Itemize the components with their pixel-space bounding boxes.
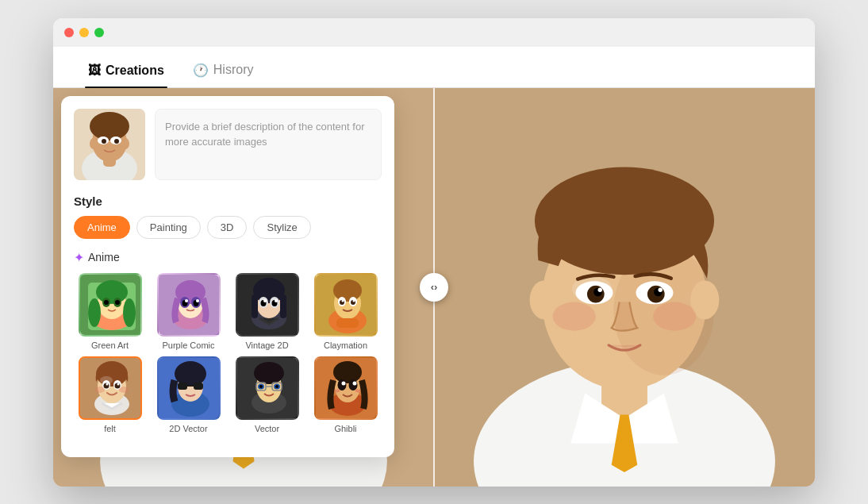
tab-creations[interactable]: 🖼 Creations (85, 63, 167, 87)
svg-point-52 (88, 298, 101, 327)
svg-line-133 (355, 391, 360, 392)
svg-line-132 (355, 390, 360, 391)
svg-rect-109 (194, 383, 203, 390)
svg-point-41 (90, 138, 98, 149)
style-tab-stylize[interactable]: Stylize (253, 216, 310, 239)
svg-point-57 (115, 300, 120, 305)
slider-arrows: ‹› (431, 281, 438, 293)
description-placeholder-text: Provide a brief description of the conte… (165, 121, 364, 148)
svg-point-127 (348, 379, 357, 391)
style-item-ghibli[interactable]: Ghibli (309, 356, 382, 433)
style-item-vintage-2d[interactable]: Vintage 2D (231, 273, 303, 350)
svg-point-35 (653, 302, 696, 330)
creations-icon: 🖼 (88, 63, 101, 78)
svg-point-46 (114, 139, 119, 144)
style-item-green-art[interactable]: Green Art (74, 273, 146, 350)
svg-point-83 (333, 279, 362, 302)
browser-content: 🖼 Creations 🕐 Hisrory (53, 47, 815, 487)
svg-point-100 (106, 383, 108, 385)
maximize-dot[interactable] (94, 28, 104, 37)
style-item-purple-comic[interactable]: Purple Comic (152, 273, 225, 350)
style-item-felt[interactable]: felt (74, 356, 146, 433)
browser-window: 🖼 Creations 🕐 Hisrory (53, 18, 815, 487)
style-thumb-vector (236, 356, 299, 420)
slider-handle[interactable]: ‹› (420, 273, 448, 302)
style-thumb-claymation (314, 273, 378, 337)
tab-history[interactable]: 🕐 Hisrory (190, 63, 257, 87)
style-tab-painting[interactable]: Painting (136, 216, 201, 239)
style-name-2d-vector: 2D Vector (169, 424, 207, 433)
comparison-right (434, 88, 815, 487)
style-grid: Green Art (74, 273, 382, 433)
tab-history-label: Hisrory (213, 63, 254, 77)
main-area: ‹› (53, 88, 815, 487)
svg-point-114 (254, 362, 284, 384)
style-name-purple-comic: Purple Comic (162, 340, 214, 350)
close-dot[interactable] (64, 28, 74, 37)
style-item-2d-vector[interactable]: 2D Vector (152, 356, 225, 433)
svg-point-42 (121, 138, 129, 149)
style-thumb-2d-vector (157, 356, 221, 420)
tab-creations-label: Creations (106, 63, 164, 78)
svg-point-51 (96, 280, 128, 304)
svg-point-90 (352, 299, 355, 302)
svg-point-128 (341, 381, 345, 385)
svg-point-126 (337, 379, 346, 391)
svg-point-53 (123, 298, 136, 327)
svg-rect-108 (178, 383, 187, 390)
svg-point-103 (119, 387, 129, 393)
style-thumb-ghibli (314, 356, 378, 420)
svg-rect-72 (252, 294, 258, 318)
style-name-vector: Vector (255, 424, 279, 433)
tabs-bar: 🖼 Creations 🕐 Hisrory (53, 47, 815, 88)
svg-point-89 (341, 299, 344, 302)
svg-point-33 (659, 287, 663, 291)
svg-point-32 (598, 287, 602, 291)
panel-top: Provide a brief description of the conte… (74, 109, 382, 180)
svg-point-78 (263, 299, 267, 302)
svg-rect-73 (280, 294, 286, 318)
style-item-claymation[interactable]: Claymation (309, 273, 382, 350)
anime-section-label: ✦ Anime (74, 250, 382, 265)
style-thumb-vintage-2d (236, 273, 299, 337)
svg-point-120 (259, 385, 263, 388)
svg-rect-84 (336, 318, 359, 328)
style-name-ghibli: Ghibli (334, 424, 356, 433)
description-textarea[interactable]: Provide a brief description of the conte… (155, 109, 382, 180)
style-section-label: Style (74, 194, 382, 208)
star-icon: ✦ (74, 250, 84, 265)
svg-point-45 (102, 139, 106, 144)
style-thumb-felt (79, 356, 142, 420)
svg-point-56 (104, 300, 109, 305)
svg-point-125 (333, 361, 362, 383)
title-bar (53, 18, 815, 47)
svg-line-130 (335, 390, 340, 391)
style-name-vintage-2d: Vintage 2D (245, 340, 288, 350)
style-panel: Provide a brief description of the conte… (61, 96, 394, 457)
svg-point-129 (352, 381, 356, 385)
history-icon: 🕐 (193, 63, 209, 78)
style-thumb-green-art (79, 273, 142, 337)
avatar-box (74, 109, 145, 180)
svg-point-121 (275, 385, 278, 388)
minimize-dot[interactable] (79, 28, 89, 37)
style-name-felt: felt (104, 424, 116, 433)
style-section: Style Anime Painting 3D Stylize (74, 194, 382, 433)
style-tabs: Anime Painting 3D Stylize (74, 216, 382, 239)
style-tab-3d[interactable]: 3D (207, 216, 248, 239)
svg-point-40 (90, 112, 129, 140)
svg-line-131 (335, 391, 340, 392)
svg-point-66 (185, 299, 188, 302)
svg-point-102 (95, 387, 105, 393)
svg-point-34 (553, 302, 596, 330)
style-item-vector[interactable]: Vector (231, 356, 303, 433)
style-name-green-art: Green Art (91, 340, 129, 350)
svg-point-79 (275, 299, 278, 302)
svg-point-101 (117, 383, 119, 385)
style-thumb-purple-comic (157, 273, 221, 337)
style-name-claymation: Claymation (324, 340, 367, 350)
style-tab-anime[interactable]: Anime (74, 216, 130, 239)
svg-point-67 (196, 299, 199, 302)
